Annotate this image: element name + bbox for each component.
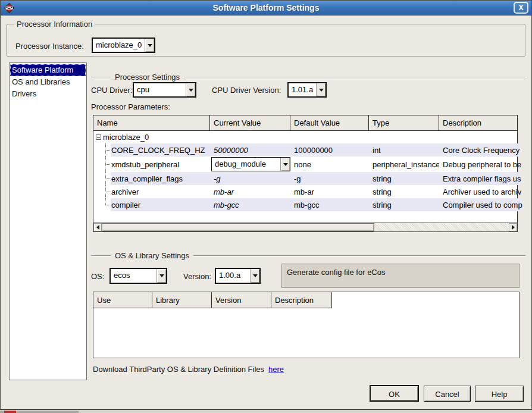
param-default-value: 100000000 bbox=[290, 143, 369, 157]
param-current-value[interactable]: mb-gcc bbox=[210, 198, 290, 211]
chevron-down-icon bbox=[316, 83, 326, 96]
download-row: Download ThirdParty OS & Library Definit… bbox=[93, 365, 284, 374]
param-default-value: mb-ar bbox=[290, 185, 369, 198]
tree-connector bbox=[93, 198, 111, 211]
processor-parameters-label: Processor Parameters: bbox=[91, 102, 170, 111]
xmdstub-peripheral-select[interactable]: debug_module bbox=[211, 157, 290, 171]
chevron-down-icon bbox=[250, 269, 259, 283]
ok-button[interactable]: OK bbox=[370, 385, 419, 402]
parameters-table-header: Name Current Value Default Value Type De… bbox=[93, 115, 517, 131]
param-name: compiler bbox=[111, 198, 210, 211]
table-row[interactable]: extra_compiler_flags -g -g string Extra … bbox=[93, 172, 517, 185]
column-header-current-value[interactable]: Current Value bbox=[210, 115, 290, 130]
processor-information-group: Processor Information Processor Instance… bbox=[7, 24, 525, 57]
param-current-value[interactable]: 50000000 bbox=[210, 143, 290, 157]
close-button[interactable]: X bbox=[514, 2, 528, 14]
cpu-driver-version-value: 1.01.a bbox=[289, 83, 316, 96]
library-table-header: Use Library Version Description bbox=[93, 292, 519, 308]
param-default-value: mb-gcc bbox=[290, 198, 369, 211]
processor-instance-select[interactable]: microblaze_0 bbox=[92, 37, 155, 53]
download-here-link[interactable]: here bbox=[268, 365, 284, 374]
processor-parameters-table: Name Current Value Default Value Type De… bbox=[93, 115, 518, 232]
os-version-label: Version: bbox=[183, 272, 211, 281]
param-type: string bbox=[369, 185, 439, 198]
scrollbar-track[interactable] bbox=[374, 223, 509, 231]
settings-category-list: Software Platform OS and Libraries Drive… bbox=[9, 62, 87, 380]
library-table: Use Library Version Description bbox=[93, 292, 520, 358]
tree-row-microblaze-0[interactable]: microblaze_0 bbox=[93, 131, 517, 143]
sidebar-item-drivers[interactable]: Drivers bbox=[10, 88, 86, 100]
tree-connector bbox=[93, 143, 111, 157]
table-row[interactable]: archiver mb-ar mb-ar string Archiver use… bbox=[93, 185, 517, 198]
taskbar-sliver bbox=[0, 411, 79, 413]
triangle-right-icon bbox=[512, 225, 515, 230]
processor-instance-value: microblaze_0 bbox=[93, 39, 145, 52]
software-platform-settings-dialog: Software Platform Settings X Processor I… bbox=[0, 0, 532, 410]
tree-connector bbox=[93, 157, 111, 172]
param-current-value[interactable]: -g bbox=[210, 172, 290, 185]
tree-connector bbox=[93, 172, 111, 185]
os-description-box: Generate config file for eCos bbox=[281, 264, 520, 288]
param-name: xmdstub_peripheral bbox=[111, 157, 210, 172]
cpu-driver-value: cpu bbox=[134, 83, 186, 96]
scrollbar-thumb[interactable] bbox=[102, 223, 374, 231]
cpu-driver-version-label: CPU Driver Version: bbox=[212, 86, 281, 95]
processor-information-label: Processor Information bbox=[14, 20, 95, 29]
column-header-type[interactable]: Type bbox=[369, 115, 439, 130]
triangle-left-icon bbox=[96, 225, 99, 230]
param-type: int bbox=[369, 143, 439, 157]
tree-connector bbox=[93, 185, 111, 198]
os-library-settings-label: OS & Library Settings bbox=[111, 251, 193, 260]
tree-collapse-icon[interactable] bbox=[96, 134, 101, 140]
column-header-description[interactable]: Description bbox=[271, 292, 332, 308]
param-type: peripheral_instance bbox=[369, 157, 439, 172]
param-description: Extra compiler flags us bbox=[439, 172, 521, 185]
chevron-down-icon bbox=[157, 269, 166, 283]
chevron-down-icon bbox=[280, 158, 290, 171]
column-header-library[interactable]: Library bbox=[152, 292, 212, 308]
cancel-button[interactable]: Cancel bbox=[424, 386, 471, 402]
table-row[interactable]: compiler mb-gcc mb-gcc string Compiler u… bbox=[93, 198, 517, 211]
processor-settings-label: Processor Settings bbox=[111, 73, 184, 82]
column-header-default-value[interactable]: Default Value bbox=[290, 115, 369, 130]
param-name: CORE_CLOCK_FREQ_HZ bbox=[111, 143, 210, 157]
tree-root-label: microblaze_0 bbox=[103, 133, 149, 142]
os-value: ecos bbox=[111, 269, 157, 283]
param-description: Compiler used to comp bbox=[439, 198, 522, 211]
cpu-driver-label: CPU Driver: bbox=[91, 86, 132, 95]
help-button[interactable]: Help bbox=[475, 386, 524, 402]
os-version-value: 1.00.a bbox=[216, 269, 250, 283]
column-header-name[interactable]: Name bbox=[93, 115, 210, 130]
sidebar-item-software-platform[interactable]: Software Platform bbox=[10, 64, 86, 76]
xmdstub-peripheral-value: debug_module bbox=[212, 158, 280, 171]
param-name: extra_compiler_flags bbox=[111, 172, 210, 185]
os-select[interactable]: ecos bbox=[109, 268, 167, 284]
param-current-value[interactable]: mb-ar bbox=[210, 185, 290, 198]
os-description-text: Generate config file for eCos bbox=[287, 268, 385, 277]
close-icon: X bbox=[518, 4, 523, 12]
param-type: string bbox=[369, 198, 439, 211]
column-header-description[interactable]: Description bbox=[439, 115, 517, 130]
param-description: Core Clock Frequency bbox=[439, 143, 520, 157]
param-description: Archiver used to archiv bbox=[439, 185, 521, 198]
cpu-driver-version-select[interactable]: 1.01.a bbox=[287, 82, 327, 98]
column-header-version[interactable]: Version bbox=[211, 292, 271, 308]
param-description: Debug peripheral to be bbox=[439, 157, 521, 172]
column-header-use[interactable]: Use bbox=[93, 292, 152, 308]
window-title: Software Platform Settings bbox=[1, 3, 531, 12]
scroll-left-button[interactable] bbox=[93, 223, 102, 231]
table-row[interactable]: xmdstub_peripheral debug_module none per… bbox=[93, 157, 517, 172]
param-default-value: -g bbox=[290, 172, 369, 185]
title-bar: Software Platform Settings X bbox=[1, 1, 531, 15]
sidebar-item-os-and-libraries[interactable]: OS and Libraries bbox=[10, 76, 86, 88]
processor-instance-label: Processor Instance: bbox=[15, 42, 84, 51]
scroll-right-button[interactable] bbox=[509, 223, 517, 231]
chevron-down-icon bbox=[145, 39, 154, 52]
param-type: string bbox=[369, 172, 439, 185]
table-row[interactable]: CORE_CLOCK_FREQ_HZ 50000000 100000000 in… bbox=[93, 143, 517, 157]
param-name: archiver bbox=[111, 185, 210, 198]
cpu-driver-select[interactable]: cpu bbox=[133, 82, 196, 98]
os-version-select[interactable]: 1.00.a bbox=[215, 268, 261, 284]
chevron-down-icon bbox=[186, 83, 195, 96]
param-default-value: none bbox=[290, 157, 369, 172]
